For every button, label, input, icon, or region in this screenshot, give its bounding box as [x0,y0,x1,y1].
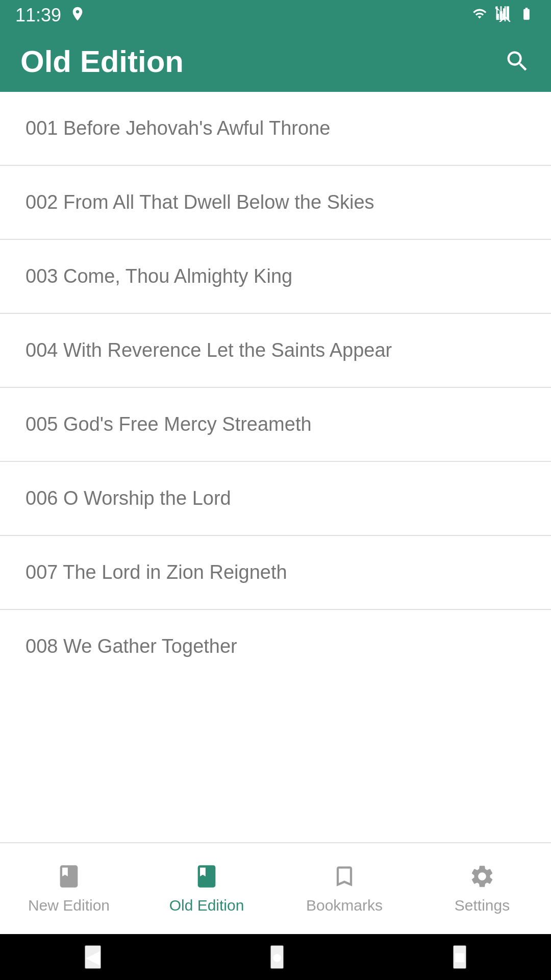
home-button[interactable]: ● [270,945,284,969]
hymn-list-item[interactable]: 004 With Reverence Let the Saints Appear [0,314,551,388]
search-button[interactable] [504,48,531,75]
new-edition-icon [56,863,82,892]
bottom-navigation: New Edition Old Edition Bookmarks Settin… [0,842,551,934]
hymn-title: 002 From All That Dwell Below the Skies [26,191,374,213]
nav-item-bookmarks[interactable]: Bookmarks [276,863,413,914]
old-edition-icon [193,863,220,892]
signal-icon [495,6,511,26]
hymn-list-item[interactable]: 003 Come, Thou Almighty King [0,240,551,314]
hymn-title: 003 Come, Thou Almighty King [26,265,292,287]
bookmarks-icon [331,863,358,892]
hymn-list-item[interactable]: 002 From All That Dwell Below the Skies [0,166,551,240]
battery-icon [517,7,536,24]
wifi-icon [470,7,489,24]
nav-item-old-edition[interactable]: Old Edition [138,863,276,914]
settings-icon [469,863,495,892]
hymn-list-item[interactable]: 005 God's Free Mercy Streameth [0,388,551,462]
nav-item-settings[interactable]: Settings [413,863,551,914]
hymn-title: 007 The Lord in Zion Reigneth [26,561,287,583]
hymn-list-item[interactable]: 007 The Lord in Zion Reigneth [0,536,551,610]
svg-rect-1 [499,11,502,19]
hymn-title: 001 Before Jehovah's Awful Throne [26,117,330,139]
svg-rect-3 [507,6,509,20]
android-nav-bar: ◀ ● ■ [0,934,551,980]
nav-label-bookmarks: Bookmarks [306,897,383,914]
hymn-title: 005 God's Free Mercy Streameth [26,413,312,435]
status-left: 11:39 [15,5,86,26]
hymn-list-item[interactable]: 006 O Worship the Lord [0,462,551,536]
hymn-title: 008 We Gather Together [26,635,237,657]
status-right [470,6,536,26]
nav-item-new-edition[interactable]: New Edition [0,863,138,914]
status-bar: 11:39 [0,0,551,31]
svg-rect-2 [503,8,506,20]
person-pin-icon [69,6,86,26]
recent-button[interactable]: ■ [453,945,466,969]
nav-label-old-edition: Old Edition [169,897,244,914]
hymn-title: 006 O Worship the Lord [26,487,231,509]
nav-label-new-edition: New Edition [28,897,110,914]
status-time: 11:39 [15,5,61,26]
app-header: Old Edition [0,31,551,92]
svg-rect-0 [496,14,499,20]
nav-label-settings: Settings [455,897,510,914]
back-button[interactable]: ◀ [85,945,101,969]
page-title: Old Edition [20,44,184,79]
hymn-list-item[interactable]: 001 Before Jehovah's Awful Throne [0,92,551,166]
hymn-title: 004 With Reverence Let the Saints Appear [26,339,392,361]
hymn-list: 001 Before Jehovah's Awful Throne002 Fro… [0,92,551,842]
hymn-list-item[interactable]: 008 We Gather Together [0,610,551,683]
